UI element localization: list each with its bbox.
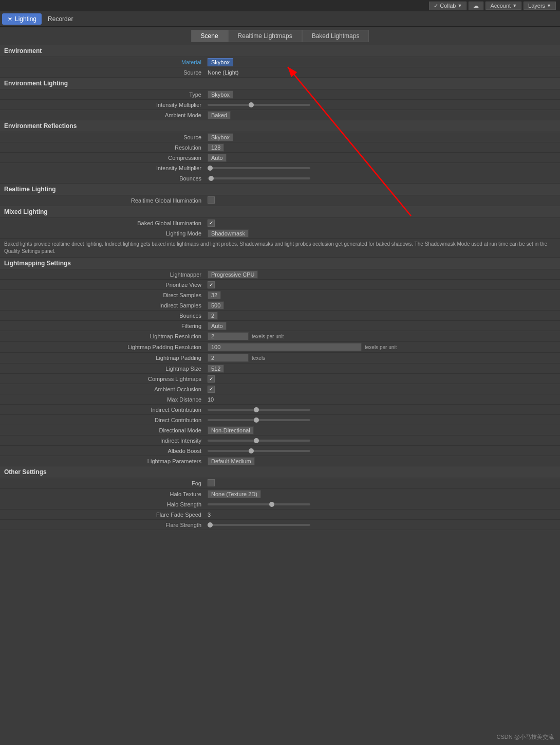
intensity-thumb[interactable] bbox=[249, 102, 254, 107]
baked-gi-checkbox[interactable]: ✓ bbox=[208, 220, 215, 227]
direct-contrib-track bbox=[208, 419, 310, 421]
refl-resolution-field[interactable]: 128 bbox=[208, 143, 224, 152]
flare-speed-label: Flare Fade Speed bbox=[0, 511, 206, 519]
layers-button[interactable]: Layers ▼ bbox=[524, 2, 556, 10]
indirect-contrib-slider[interactable] bbox=[206, 408, 560, 412]
indirect-intensity-thumb[interactable] bbox=[254, 438, 259, 443]
lightmapping-header: Lightmapping Settings bbox=[0, 258, 560, 269]
refl-source-row: Source Skybox bbox=[0, 132, 560, 142]
indirect-samples-value: 500 bbox=[206, 301, 560, 310]
bounces-value: 2 bbox=[206, 312, 560, 320]
lightmapper-field[interactable]: Progressive CPU bbox=[208, 270, 258, 279]
fog-checkbox[interactable] bbox=[208, 479, 215, 486]
padding-resolution-value: 100 texels per unit bbox=[206, 342, 560, 352]
lighting-mode-label: Lighting Mode bbox=[0, 229, 206, 238]
occlusion-checkbox[interactable]: ✓ bbox=[208, 386, 215, 393]
refl-bounces-label: Bounces bbox=[0, 174, 206, 183]
scene-tabs: Scene Realtime Lightmaps Baked Lightmaps bbox=[0, 27, 560, 45]
indirect-contrib-thumb[interactable] bbox=[254, 407, 259, 412]
indirect-intensity-slider[interactable] bbox=[206, 439, 560, 443]
prioritize-checkbox[interactable]: ✓ bbox=[208, 281, 215, 288]
realtime-lighting-header: Realtime Lighting bbox=[0, 184, 560, 195]
distance-value: 10 bbox=[206, 395, 560, 404]
env-type-field[interactable]: Skybox bbox=[208, 90, 233, 99]
params-field[interactable]: Default-Medium bbox=[208, 457, 255, 465]
albedo-boost-slider[interactable] bbox=[206, 449, 560, 453]
resolution-unit: texels per unit bbox=[252, 334, 284, 339]
albedo-boost-row: Albedo Boost bbox=[0, 446, 560, 456]
account-button[interactable]: Account ▼ bbox=[486, 2, 521, 10]
scene-tab-baked[interactable]: Baked Lightmaps bbox=[302, 30, 369, 42]
realtime-gi-checkbox[interactable] bbox=[208, 196, 215, 204]
albedo-boost-label: Albedo Boost bbox=[0, 447, 206, 455]
albedo-boost-thumb[interactable] bbox=[249, 448, 254, 453]
halo-strength-slider[interactable] bbox=[206, 502, 560, 506]
padding-unit: texels bbox=[252, 355, 265, 361]
halo-strength-thumb[interactable] bbox=[269, 502, 274, 507]
halo-texture-label: Halo Texture bbox=[0, 490, 206, 498]
refl-bounces-value[interactable] bbox=[206, 176, 560, 180]
padding-field[interactable]: 2 bbox=[208, 354, 249, 362]
flare-speed-row: Flare Fade Speed 3 bbox=[0, 510, 560, 520]
source-label: Source bbox=[0, 68, 206, 77]
intensity-slider[interactable] bbox=[206, 103, 560, 107]
directional-mode-field[interactable]: Non-Directional bbox=[208, 426, 254, 434]
refl-intensity-thumb[interactable] bbox=[208, 166, 213, 171]
indirect-intensity-label: Indirect Intensity bbox=[0, 437, 206, 445]
refl-compression-row: Compression Auto bbox=[0, 153, 560, 163]
recorder-tab[interactable]: Recorder bbox=[43, 13, 78, 25]
halo-strength-row: Halo Strength bbox=[0, 499, 560, 510]
indirect-contrib-label: Indirect Contribution bbox=[0, 406, 206, 414]
intensity-label: Intensity Multiplier bbox=[0, 101, 206, 109]
env-type-row: Type Skybox bbox=[0, 89, 560, 100]
env-lighting-header: Environment Lighting bbox=[0, 78, 560, 89]
material-field[interactable]: Skybox bbox=[208, 58, 233, 66]
resolution-field[interactable]: 2 bbox=[208, 332, 249, 340]
compress-value: ✓ bbox=[206, 374, 560, 384]
direct-contrib-slider[interactable] bbox=[206, 418, 560, 422]
bounces-field[interactable]: 2 bbox=[208, 312, 218, 320]
refl-compression-label: Compression bbox=[0, 154, 206, 162]
flare-strength-thumb[interactable] bbox=[208, 522, 213, 528]
padding-label: Lightmap Padding bbox=[0, 354, 206, 362]
refl-source-label: Source bbox=[0, 133, 206, 141]
indirect-samples-field[interactable]: 500 bbox=[208, 301, 224, 310]
direct-samples-field[interactable]: 32 bbox=[208, 291, 221, 299]
ambient-field[interactable]: Baked bbox=[208, 111, 231, 119]
size-field[interactable]: 512 bbox=[208, 365, 224, 373]
refl-compression-field[interactable]: Auto bbox=[208, 154, 227, 162]
source-row: Source None (Light) bbox=[0, 67, 560, 78]
direct-contrib-thumb[interactable] bbox=[254, 417, 259, 423]
halo-texture-field[interactable]: None (Texture 2D) bbox=[208, 490, 261, 498]
env-type-value: Skybox bbox=[206, 90, 560, 99]
scene-tab-realtime[interactable]: Realtime Lightmaps bbox=[228, 30, 302, 42]
refl-intensity-row: Intensity Multiplier bbox=[0, 163, 560, 173]
collab-button[interactable]: ✓ Collab ▼ bbox=[429, 2, 466, 10]
size-label: Lightmap Size bbox=[0, 365, 206, 373]
size-row: Lightmap Size 512 bbox=[0, 364, 560, 374]
padding-resolution-field[interactable]: 100 bbox=[208, 343, 362, 351]
lighting-tab[interactable]: ☀ Lighting bbox=[2, 13, 42, 25]
compress-label: Compress Lightmaps bbox=[0, 375, 206, 383]
filtering-field[interactable]: Auto bbox=[208, 322, 227, 330]
cloud-button[interactable]: ☁ bbox=[469, 2, 483, 10]
refl-intensity-slider[interactable] bbox=[206, 166, 560, 170]
fog-row: Fog bbox=[0, 478, 560, 489]
occlusion-row: Ambient Occlusion ✓ bbox=[0, 384, 560, 394]
lighting-mode-field[interactable]: Shadowmask bbox=[208, 229, 249, 238]
refl-source-field[interactable]: Skybox bbox=[208, 133, 233, 141]
ambient-value: Baked bbox=[206, 111, 560, 119]
mixed-lighting-header: Mixed Lighting bbox=[0, 206, 560, 218]
refl-intensity-label: Intensity Multiplier bbox=[0, 164, 206, 172]
refl-bounces-thumb[interactable] bbox=[209, 176, 214, 181]
direct-samples-label: Direct Samples bbox=[0, 291, 206, 299]
realtime-gi-label: Realtime Global Illumination bbox=[0, 196, 206, 205]
padding-row: Lightmap Padding 2 texels bbox=[0, 353, 560, 364]
params-value: Default-Medium bbox=[206, 457, 560, 465]
top-bar: ✓ Collab ▼ ☁ Account ▼ Layers ▼ bbox=[0, 0, 560, 11]
resolution-label: Lightmap Resolution bbox=[0, 332, 206, 340]
compress-checkbox[interactable]: ✓ bbox=[208, 375, 215, 383]
padding-resolution-unit: texels per unit bbox=[365, 344, 397, 350]
flare-strength-slider[interactable] bbox=[206, 523, 560, 527]
scene-tab-scene[interactable]: Scene bbox=[191, 30, 228, 42]
